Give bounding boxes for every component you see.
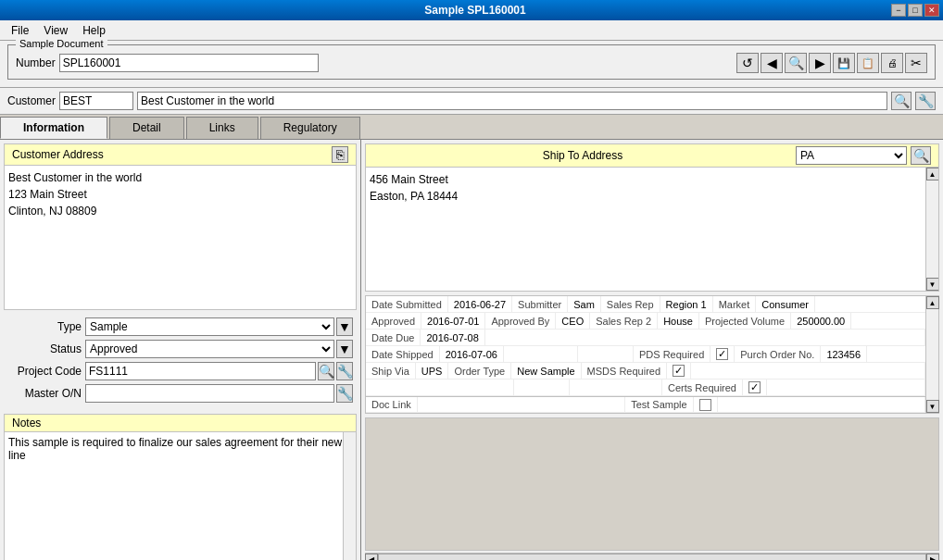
status-field-group: Approved ▼ — [85, 340, 353, 358]
customer-code-input[interactable] — [59, 92, 133, 110]
status-select[interactable]: Approved — [85, 340, 334, 358]
project-code-label: Project Code — [7, 365, 82, 378]
number-input[interactable] — [59, 54, 319, 72]
row6-spacer3 — [570, 380, 662, 395]
title-bar: Sample SPL160001 − □ ✕ — [0, 0, 943, 20]
msds-checkbox-img[interactable] — [673, 365, 685, 377]
next-button[interactable]: ▶ — [809, 53, 831, 73]
projected-volume-value: 250000.00 — [791, 313, 851, 329]
addr-line-1: Best Customer in the world — [8, 169, 352, 186]
status-dropdown-btn[interactable]: ▼ — [336, 340, 353, 358]
tab-information[interactable]: Information — [0, 117, 107, 139]
pds-checkbox — [710, 346, 735, 362]
cut-button[interactable]: ✂ — [905, 53, 927, 73]
copy-button[interactable]: 📋 — [857, 53, 879, 73]
copy-address-button[interactable]: ⎘ — [332, 146, 348, 163]
pds-checkbox-img[interactable] — [716, 348, 728, 360]
maximize-button[interactable]: □ — [908, 4, 923, 17]
menu-view[interactable]: View — [36, 22, 75, 39]
customer-address-body: Best Customer in the world 123 Main Stre… — [5, 166, 356, 309]
projected-volume-label: Projected Volume — [699, 313, 791, 329]
shipto-section: Ship To Address PA 🔍 456 Main Street Eas… — [365, 143, 939, 292]
tab-regulatory[interactable]: Regulatory — [260, 117, 360, 139]
market-value: Consumer — [756, 296, 815, 312]
hscroll-left[interactable]: ◀ — [365, 554, 378, 561]
shipto-vscroll[interactable]: ▲ ▼ — [925, 168, 938, 291]
customer-search-button[interactable]: 🔍 — [891, 92, 912, 110]
customer-address-section: Customer Address ⎘ Best Customer in the … — [4, 143, 357, 310]
test-sample-checkbox-img[interactable] — [699, 399, 711, 411]
tab-links[interactable]: Links — [186, 117, 258, 139]
date-due-label: Date Due — [366, 330, 421, 345]
notes-header: Notes — [5, 415, 356, 432]
date-shipped-value: 2016-07-06 — [440, 346, 504, 362]
shipto-line-2: Easton, PA 18444 — [370, 188, 922, 205]
date-shipped-label: Date Shipped — [366, 346, 440, 362]
print-button[interactable]: 🖨 — [881, 53, 903, 73]
shipto-scroll-up[interactable]: ▲ — [926, 168, 939, 180]
shipto-dropdown[interactable]: PA — [796, 146, 907, 165]
minimize-button[interactable]: − — [891, 4, 906, 17]
right-panel: Ship To Address PA 🔍 456 Main Street Eas… — [361, 140, 943, 560]
customer-label: Customer — [7, 94, 56, 107]
close-button[interactable]: ✕ — [924, 4, 939, 17]
info-row-4: Date Shipped 2016-07-06 PDS Required Pur… — [366, 346, 925, 363]
ship-via-label: Ship Via — [366, 363, 416, 379]
sales-rep2-value: House — [658, 313, 699, 329]
test-sample-checkbox — [694, 397, 718, 412]
fields-area: Type Sample ▼ Status Approved ▼ — [0, 314, 360, 410]
type-select[interactable]: Sample — [85, 317, 334, 336]
info-vscroll[interactable]: ▲ ▼ — [925, 296, 938, 413]
main-content: Customer Address ⎘ Best Customer in the … — [0, 140, 943, 560]
refresh-button[interactable]: ↺ — [736, 53, 759, 73]
shipto-title: Ship To Address — [373, 149, 792, 162]
menu-file[interactable]: File — [4, 22, 36, 39]
tab-detail[interactable]: Detail — [109, 117, 184, 139]
left-panel: Customer Address ⎘ Best Customer in the … — [0, 140, 361, 560]
project-code-search-btn[interactable]: 🔍 — [318, 362, 334, 380]
toolbar-buttons: ↺ ◀ 🔍 ▶ 💾 📋 🖨 ✂ — [736, 53, 927, 73]
menu-help[interactable]: Help — [75, 22, 113, 39]
save-button[interactable]: 💾 — [833, 53, 855, 73]
msds-label: MSDS Required — [582, 363, 667, 379]
info-row-2: Approved 2016-07-01 Approved By CEO Sale… — [366, 313, 925, 330]
market-label: Market — [713, 296, 757, 312]
customer-wrench-button[interactable]: 🔧 — [915, 92, 936, 110]
status-row: Status Approved ▼ — [7, 340, 353, 358]
search-button[interactable]: 🔍 — [785, 53, 807, 73]
certs-label: Certs Required — [662, 380, 743, 395]
type-dropdown-btn[interactable]: ▼ — [336, 317, 353, 336]
order-type-value: New Sample — [511, 363, 581, 379]
addr-line-3: Clinton, NJ 08809 — [8, 203, 352, 219]
customer-row: Customer 🔍 🔧 — [0, 88, 943, 115]
master-on-label: Master O/N — [7, 387, 82, 400]
project-code-wrench-btn[interactable]: 🔧 — [336, 362, 353, 380]
sales-rep2-label: Sales Rep 2 — [590, 313, 658, 329]
hscroll[interactable]: ◀ ▶ — [365, 553, 939, 560]
number-label: Number — [16, 56, 56, 69]
info-row-3: Date Due 2016-07-08 — [366, 330, 925, 346]
ship-via-value: UPS — [416, 363, 449, 379]
shipto-scroll-down[interactable]: ▼ — [926, 278, 939, 291]
doc-link-label: Doc Link — [366, 397, 418, 412]
notes-section: Notes This sample is required to finaliz… — [4, 414, 357, 560]
info-scroll-up[interactable]: ▲ — [926, 296, 939, 309]
submitter-label: Submitter — [512, 296, 568, 312]
approved-label: Approved — [366, 313, 421, 329]
customer-address-header: Customer Address ⎘ — [5, 144, 356, 166]
row6-spacer4 — [767, 380, 925, 395]
order-type-label: Order Type — [448, 363, 511, 379]
project-code-input[interactable] — [85, 362, 316, 380]
certs-checkbox — [743, 380, 767, 395]
master-on-wrench-btn[interactable]: 🔧 — [336, 384, 353, 403]
hscroll-right[interactable]: ▶ — [926, 554, 939, 561]
large-empty-area — [365, 417, 939, 551]
certs-checkbox-img[interactable] — [748, 381, 761, 393]
notes-scrollbar[interactable] — [343, 432, 356, 560]
shipto-search-btn[interactable]: 🔍 — [911, 146, 931, 165]
prev-button[interactable]: ◀ — [761, 53, 783, 73]
info-scroll-down[interactable]: ▼ — [926, 400, 939, 413]
master-on-input[interactable] — [85, 384, 334, 403]
approved-by-label: Approved By — [485, 313, 556, 329]
customer-name-input[interactable] — [137, 92, 887, 110]
